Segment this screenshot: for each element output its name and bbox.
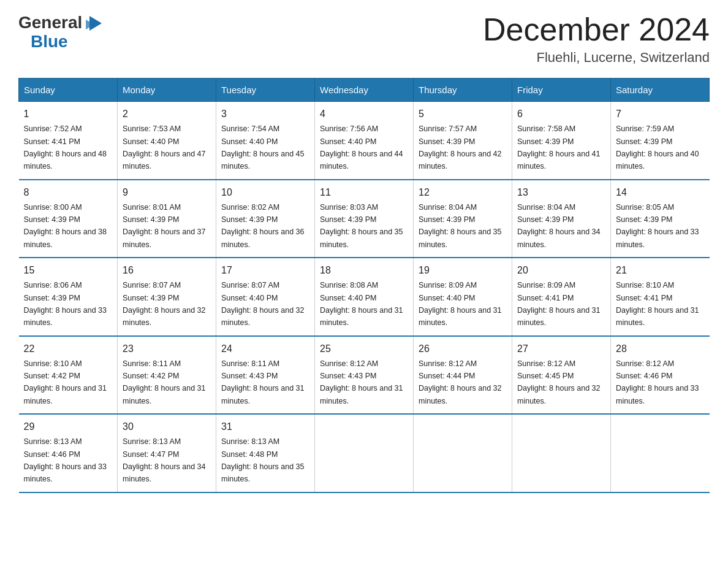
day-info: Sunrise: 8:07 AMSunset: 4:40 PMDaylight:… (221, 281, 305, 327)
table-row: 8 Sunrise: 8:00 AMSunset: 4:39 PMDayligh… (19, 180, 118, 258)
table-row: 28 Sunrise: 8:12 AMSunset: 4:46 PMDaylig… (611, 336, 710, 415)
page-header: General Blue December 2024 Fluehli, Luce… (18, 12, 710, 66)
calendar-week-row: 8 Sunrise: 8:00 AMSunset: 4:39 PMDayligh… (19, 180, 710, 258)
day-number: 25 (320, 342, 408, 356)
day-number: 16 (123, 263, 211, 278)
table-row: 11 Sunrise: 8:03 AMSunset: 4:39 PMDaylig… (315, 180, 414, 258)
day-number: 6 (517, 107, 605, 121)
day-number: 26 (419, 342, 507, 356)
day-number: 31 (221, 419, 309, 434)
table-row: 20 Sunrise: 8:09 AMSunset: 4:41 PMDaylig… (512, 258, 611, 336)
calendar-week-row: 29 Sunrise: 8:13 AMSunset: 4:46 PMDaylig… (19, 414, 710, 492)
day-number: 1 (24, 107, 113, 121)
day-info: Sunrise: 8:09 AMSunset: 4:40 PMDaylight:… (419, 281, 502, 327)
month-title: December 2024 (483, 12, 710, 47)
day-info: Sunrise: 7:57 AMSunset: 4:39 PMDaylight:… (419, 124, 502, 170)
day-info: Sunrise: 8:10 AMSunset: 4:42 PMDaylight:… (24, 359, 107, 405)
table-row: 30 Sunrise: 8:13 AMSunset: 4:47 PMDaylig… (118, 414, 216, 492)
day-info: Sunrise: 8:12 AMSunset: 4:46 PMDaylight:… (616, 359, 699, 405)
table-row: 2 Sunrise: 7:53 AMSunset: 4:40 PMDayligh… (118, 102, 216, 180)
table-row: 21 Sunrise: 8:10 AMSunset: 4:41 PMDaylig… (611, 258, 710, 336)
day-number: 21 (616, 263, 705, 278)
table-row: 25 Sunrise: 8:12 AMSunset: 4:43 PMDaylig… (315, 336, 414, 415)
logo-icon (83, 13, 105, 33)
calendar-table: Sunday Monday Tuesday Wednesday Thursday… (18, 78, 710, 493)
table-row: 16 Sunrise: 8:07 AMSunset: 4:39 PMDaylig… (118, 258, 216, 336)
table-row: 29 Sunrise: 8:13 AMSunset: 4:46 PMDaylig… (19, 414, 118, 492)
table-row: 5 Sunrise: 7:57 AMSunset: 4:39 PMDayligh… (414, 102, 512, 180)
table-row (315, 414, 414, 492)
logo-general-text: General (18, 14, 82, 31)
title-section: December 2024 Fluehli, Lucerne, Switzerl… (483, 12, 710, 66)
day-number: 27 (517, 342, 605, 356)
day-number: 14 (616, 185, 705, 200)
table-row: 12 Sunrise: 8:04 AMSunset: 4:39 PMDaylig… (414, 180, 512, 258)
day-number: 29 (24, 419, 113, 434)
col-friday: Friday (512, 79, 611, 102)
day-info: Sunrise: 8:11 AMSunset: 4:42 PMDaylight:… (123, 359, 206, 405)
day-number: 18 (320, 263, 408, 278)
table-row: 14 Sunrise: 8:05 AMSunset: 4:39 PMDaylig… (611, 180, 710, 258)
day-number: 12 (419, 185, 507, 200)
day-info: Sunrise: 8:11 AMSunset: 4:43 PMDaylight:… (221, 359, 305, 405)
calendar-week-row: 15 Sunrise: 8:06 AMSunset: 4:39 PMDaylig… (19, 258, 710, 336)
day-info: Sunrise: 8:01 AMSunset: 4:39 PMDaylight:… (123, 203, 206, 249)
day-number: 3 (221, 107, 309, 121)
table-row (512, 414, 611, 492)
day-number: 10 (221, 185, 309, 200)
day-number: 30 (123, 419, 211, 434)
day-number: 13 (517, 185, 605, 200)
table-row (414, 414, 512, 492)
day-info: Sunrise: 8:12 AMSunset: 4:43 PMDaylight:… (320, 359, 403, 405)
day-number: 5 (419, 107, 507, 121)
table-row: 10 Sunrise: 8:02 AMSunset: 4:39 PMDaylig… (216, 180, 315, 258)
col-monday: Monday (118, 79, 216, 102)
calendar-week-row: 22 Sunrise: 8:10 AMSunset: 4:42 PMDaylig… (19, 336, 710, 415)
day-number: 24 (221, 342, 309, 356)
col-saturday: Saturday (611, 79, 710, 102)
table-row: 3 Sunrise: 7:54 AMSunset: 4:40 PMDayligh… (216, 102, 315, 180)
calendar-header-row: Sunday Monday Tuesday Wednesday Thursday… (19, 79, 710, 102)
day-info: Sunrise: 7:53 AMSunset: 4:40 PMDaylight:… (123, 124, 206, 170)
day-number: 19 (419, 263, 507, 278)
table-row: 7 Sunrise: 7:59 AMSunset: 4:39 PMDayligh… (611, 102, 710, 180)
day-number: 15 (24, 263, 113, 278)
day-info: Sunrise: 8:04 AMSunset: 4:39 PMDaylight:… (517, 203, 601, 249)
day-info: Sunrise: 8:10 AMSunset: 4:41 PMDaylight:… (616, 281, 699, 327)
day-info: Sunrise: 8:13 AMSunset: 4:46 PMDaylight:… (24, 437, 107, 483)
table-row: 19 Sunrise: 8:09 AMSunset: 4:40 PMDaylig… (414, 258, 512, 336)
day-info: Sunrise: 8:00 AMSunset: 4:39 PMDaylight:… (24, 203, 107, 249)
day-info: Sunrise: 8:13 AMSunset: 4:47 PMDaylight:… (123, 437, 206, 483)
day-number: 7 (616, 107, 705, 121)
logo-blue-text: Blue (31, 32, 68, 51)
table-row: 27 Sunrise: 8:12 AMSunset: 4:45 PMDaylig… (512, 336, 611, 415)
day-info: Sunrise: 8:06 AMSunset: 4:39 PMDaylight:… (24, 281, 107, 327)
location-title: Fluehli, Lucerne, Switzerland (483, 50, 710, 66)
calendar-week-row: 1 Sunrise: 7:52 AMSunset: 4:41 PMDayligh… (19, 102, 710, 180)
day-info: Sunrise: 7:56 AMSunset: 4:40 PMDaylight:… (320, 124, 403, 170)
col-wednesday: Wednesday (315, 79, 414, 102)
day-info: Sunrise: 8:07 AMSunset: 4:39 PMDaylight:… (123, 281, 206, 327)
day-number: 28 (616, 342, 705, 356)
day-info: Sunrise: 8:13 AMSunset: 4:48 PMDaylight:… (221, 437, 305, 483)
day-number: 22 (24, 342, 113, 356)
col-tuesday: Tuesday (216, 79, 315, 102)
table-row: 13 Sunrise: 8:04 AMSunset: 4:39 PMDaylig… (512, 180, 611, 258)
table-row: 4 Sunrise: 7:56 AMSunset: 4:40 PMDayligh… (315, 102, 414, 180)
day-number: 9 (123, 185, 211, 200)
day-info: Sunrise: 7:58 AMSunset: 4:39 PMDaylight:… (517, 124, 601, 170)
table-row: 6 Sunrise: 7:58 AMSunset: 4:39 PMDayligh… (512, 102, 611, 180)
day-info: Sunrise: 7:52 AMSunset: 4:41 PMDaylight:… (24, 124, 107, 170)
table-row: 15 Sunrise: 8:06 AMSunset: 4:39 PMDaylig… (19, 258, 118, 336)
day-number: 2 (123, 107, 211, 121)
day-number: 17 (221, 263, 309, 278)
table-row: 1 Sunrise: 7:52 AMSunset: 4:41 PMDayligh… (19, 102, 118, 180)
day-info: Sunrise: 8:09 AMSunset: 4:41 PMDaylight:… (517, 281, 601, 327)
day-number: 11 (320, 185, 408, 200)
day-info: Sunrise: 8:03 AMSunset: 4:39 PMDaylight:… (320, 203, 403, 249)
table-row: 18 Sunrise: 8:08 AMSunset: 4:40 PMDaylig… (315, 258, 414, 336)
day-info: Sunrise: 8:05 AMSunset: 4:39 PMDaylight:… (616, 203, 699, 249)
table-row: 23 Sunrise: 8:11 AMSunset: 4:42 PMDaylig… (118, 336, 216, 415)
col-sunday: Sunday (19, 79, 118, 102)
table-row: 24 Sunrise: 8:11 AMSunset: 4:43 PMDaylig… (216, 336, 315, 415)
